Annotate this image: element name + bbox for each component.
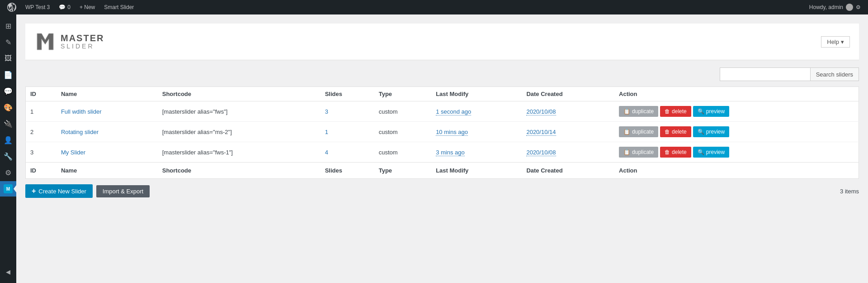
cell-id: 2 <box>26 122 57 142</box>
search-input[interactable] <box>720 67 810 81</box>
plugins-icon: 🔌 <box>4 120 13 128</box>
sidebar-item-appearance[interactable]: 🎨 <box>0 100 16 115</box>
duplicate-label: duplicate <box>632 129 654 135</box>
logo-svg <box>34 31 56 53</box>
cell-name: My Slider <box>57 142 158 163</box>
slides-count-link[interactable]: 1 <box>325 129 328 135</box>
col-date-created: Date Created <box>522 87 614 101</box>
plugin-logo: MASTER SLIDER <box>34 31 104 53</box>
masterslider-icon: M <box>4 184 13 193</box>
import-export-button[interactable]: Import & Export <box>96 185 150 197</box>
cell-shortcode: [masterslider alias="fws-1"] <box>158 142 321 163</box>
user-avatar <box>846 4 853 11</box>
cell-action: 📋 duplicate 🗑 delete 🔍 preview <box>614 101 859 122</box>
search-button-label: Search sliders <box>816 71 853 78</box>
plugin-name: MASTER SLIDER <box>61 33 104 50</box>
table-header-row: ID Name Shortcode Slides Type <box>26 87 859 101</box>
date-created-link[interactable]: 2020/10/14 <box>526 129 556 136</box>
cell-last-modify: 1 second ago <box>431 101 522 122</box>
footer-col-name: Name <box>57 163 158 179</box>
cell-slides: 1 <box>321 122 374 142</box>
adminbar-site-name[interactable]: WP Test 3 <box>22 0 53 14</box>
delete-label: delete <box>672 149 687 155</box>
adminbar-wp-logo[interactable] <box>4 0 20 14</box>
footer-col-date-created: Date Created <box>522 163 614 179</box>
items-count: 3 items <box>840 188 859 195</box>
slides-count-link[interactable]: 3 <box>325 108 328 115</box>
sidebar-item-pages[interactable]: 📄 <box>0 67 16 82</box>
cell-date-created: 2020/10/14 <box>522 122 614 142</box>
help-button[interactable]: Help ▾ <box>821 36 850 48</box>
sidebar-item-users[interactable]: 👤 <box>0 132 16 148</box>
date-created-link[interactable]: 2020/10/08 <box>526 149 556 156</box>
col-shortcode: Shortcode <box>158 87 321 101</box>
last-modify-link[interactable]: 10 mins ago <box>436 129 468 136</box>
duplicate-button[interactable]: 📋 duplicate <box>619 126 658 137</box>
last-modify-link[interactable]: 3 mins ago <box>436 149 465 156</box>
last-modify-link[interactable]: 1 second ago <box>436 108 471 115</box>
site-name-label: WP Test 3 <box>25 4 50 10</box>
preview-button[interactable]: 🔍 preview <box>693 126 729 137</box>
sidebar-item-media[interactable]: 🖼 <box>0 51 16 66</box>
slider-name-link[interactable]: My Slider <box>61 149 85 156</box>
cell-id: 1 <box>26 101 57 122</box>
preview-label: preview <box>706 129 725 135</box>
search-button[interactable]: Search sliders <box>810 67 859 81</box>
cell-name: Full wdith slider <box>57 101 158 122</box>
posts-icon: ✎ <box>5 38 11 47</box>
sidebar-item-plugins[interactable]: 🔌 <box>0 116 16 131</box>
admin-bar: WP Test 3 💬 0 + New Smart Slider Howdy, … <box>0 0 868 14</box>
cell-date-created: 2020/10/08 <box>522 101 614 122</box>
copy-icon: 📋 <box>623 149 630 155</box>
trash-icon: 🗑 <box>665 129 670 135</box>
sidebar-collapse-button[interactable]: ◀ <box>0 264 16 279</box>
plugin-label: Smart Slider <box>104 4 134 10</box>
preview-button[interactable]: 🔍 preview <box>693 147 729 158</box>
duplicate-label: duplicate <box>632 108 654 115</box>
slides-count-link[interactable]: 4 <box>325 149 328 156</box>
table-row: 2 Rotating slider [masterslider alias="m… <box>26 122 859 142</box>
logo-line2: SLIDER <box>61 43 104 50</box>
adminbar-user[interactable]: Howdy, admin ⚙ <box>806 4 864 11</box>
sidebar-item-masterslider[interactable]: M <box>0 181 16 197</box>
slider-name-link[interactable]: Rotating slider <box>61 129 99 135</box>
delete-button[interactable]: 🗑 delete <box>660 106 691 117</box>
cell-type: custom <box>374 122 431 142</box>
cell-slides: 3 <box>321 101 374 122</box>
sidebar-item-comments[interactable]: 💬 <box>0 83 16 99</box>
col-last-modify: Last Modify <box>431 87 522 101</box>
duplicate-button[interactable]: 📋 duplicate <box>619 106 658 117</box>
sidebar-item-dashboard[interactable]: ⊞ <box>0 18 16 34</box>
comment-icon: 💬 <box>59 4 66 10</box>
footer-col-slides: Slides <box>321 163 374 179</box>
preview-button[interactable]: 🔍 preview <box>693 106 729 117</box>
svg-marker-0 <box>37 34 53 50</box>
sidebar-item-settings[interactable]: ⚙ <box>0 165 16 180</box>
adminbar-plugin[interactable]: Smart Slider <box>100 0 137 14</box>
adminbar-new[interactable]: + New <box>76 0 99 14</box>
delete-button[interactable]: 🗑 delete <box>660 126 691 137</box>
delete-button[interactable]: 🗑 delete <box>660 147 691 158</box>
settings-icon: ⚙ <box>5 168 11 177</box>
sidebar-item-tools[interactable]: 🔧 <box>0 149 16 164</box>
plus-icon: + <box>32 187 36 195</box>
admin-sidebar: ⊞ ✎ 🖼 📄 💬 🎨 🔌 👤 🔧 ⚙ M <box>0 14 16 283</box>
adminbar-comments[interactable]: 💬 0 <box>55 0 74 14</box>
duplicate-button[interactable]: 📋 duplicate <box>619 147 658 158</box>
create-new-slider-button[interactable]: + Create New Slider <box>25 184 93 198</box>
cell-date-created: 2020/10/08 <box>522 142 614 163</box>
settings-icon: ⚙ <box>856 4 861 10</box>
cell-shortcode: [masterslider alias="ms-2"] <box>158 122 321 142</box>
collapse-icon: ◀ <box>6 269 10 275</box>
search-icon: 🔍 <box>698 108 704 115</box>
footer-col-type: Type <box>374 163 431 179</box>
plugin-header: MASTER SLIDER Help ▾ <box>25 24 859 60</box>
sidebar-item-posts[interactable]: ✎ <box>0 34 16 50</box>
duplicate-label: duplicate <box>632 149 654 155</box>
cell-last-modify: 10 mins ago <box>431 122 522 142</box>
action-buttons: 📋 duplicate 🗑 delete 🔍 preview <box>619 126 854 137</box>
pages-icon: 📄 <box>4 71 13 79</box>
search-icon: 🔍 <box>698 129 704 135</box>
date-created-link[interactable]: 2020/10/08 <box>526 108 556 115</box>
slider-name-link[interactable]: Full wdith slider <box>61 108 102 115</box>
